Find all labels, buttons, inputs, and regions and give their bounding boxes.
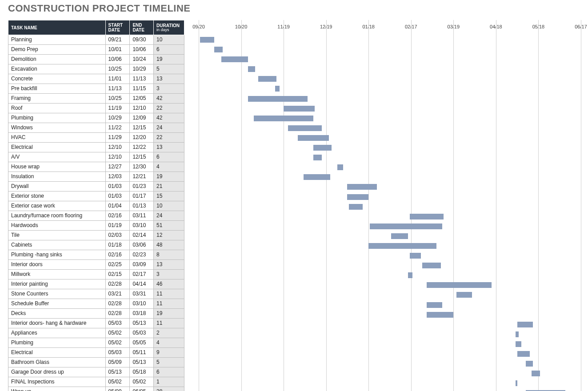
gantt-bar: [422, 263, 440, 268]
gantt-bar: [427, 312, 454, 318]
cell-start-date: 05/03: [105, 348, 130, 358]
cell-task-name: Windows: [8, 123, 106, 133]
gantt-bar: [391, 233, 408, 239]
gantt-row: [199, 300, 581, 310]
cell-start-date: 05/02: [105, 377, 130, 387]
cell-duration: 22: [154, 133, 184, 143]
cell-task-name: Roof: [8, 104, 106, 113]
table-row: Hardwoods01/1903/1051: [8, 221, 184, 231]
cell-duration: 6: [154, 152, 184, 162]
cell-duration: 13: [154, 260, 184, 270]
cell-duration: 19: [154, 309, 184, 319]
cell-duration: 6: [154, 367, 184, 377]
cell-duration: 9: [154, 348, 184, 358]
table-row: Laundry/furnace room flooring02/1603/112…: [8, 211, 184, 221]
cell-end-date: 05/05: [130, 338, 154, 348]
gantt-row: [199, 114, 581, 124]
table-row: Windows11/2212/1524: [8, 123, 184, 133]
duration-sub: in days: [156, 28, 181, 32]
table-row: Interior doors02/2503/0913: [8, 260, 184, 270]
table-row: Exterior case work01/0401/1310: [8, 201, 184, 211]
gantt-row: [199, 349, 581, 359]
gantt-bar: [221, 56, 248, 62]
cell-end-date: 10/06: [130, 45, 154, 55]
cell-duration: 10: [154, 201, 184, 211]
table-row: Concrete11/0111/1313: [8, 74, 184, 84]
cell-task-name: Insulation: [8, 172, 106, 182]
table-row: FINAL Inspections05/0205/021: [8, 377, 184, 387]
table-row: Excavation10/2510/295: [8, 64, 184, 74]
cell-duration: 12: [154, 231, 184, 240]
gantt-row: [199, 330, 581, 339]
gantt-row: [199, 222, 581, 231]
cell-duration: 5: [154, 64, 184, 74]
table-row: A/V12/1012/156: [8, 152, 184, 162]
cell-end-date: 11/13: [130, 74, 154, 84]
gantt-row: [199, 280, 581, 290]
duration-label: DURATION: [156, 23, 180, 28]
cell-duration: 11: [154, 319, 184, 328]
cell-end-date: 12/05: [130, 94, 154, 104]
cell-duration: 8: [154, 250, 184, 260]
gantt-row: [199, 172, 581, 182]
table-row: Demolition10/0610/2419: [8, 55, 184, 64]
cell-task-name: Framing: [8, 94, 106, 104]
cell-duration: 21: [154, 182, 184, 192]
gantt-chart: 09/2010/2011/1912/1901/1802/1703/1904/18…: [199, 20, 581, 391]
gantt-rows: [199, 35, 581, 391]
cell-start-date: 11/01: [105, 74, 130, 84]
table-row: Planning09/2109/3010: [8, 35, 184, 45]
gantt-bar: [337, 164, 343, 170]
cell-start-date: 12/10: [105, 152, 130, 162]
gantt-row: [199, 271, 581, 280]
cell-task-name: Interior doors: [8, 260, 106, 270]
table-row: Interior painting02/2804/1446: [8, 279, 184, 289]
cell-end-date: 03/11: [130, 211, 154, 221]
cell-task-name: Interior painting: [8, 279, 106, 289]
cell-duration: 24: [154, 211, 184, 221]
gantt-bar: [517, 322, 533, 327]
table-row: Demo Prep10/0110/066: [8, 45, 184, 55]
col-start-date: START DATE: [105, 20, 130, 35]
gantt-bar: [214, 47, 223, 52]
cell-end-date: 03/10: [130, 299, 154, 309]
cell-start-date: 12/27: [105, 162, 130, 172]
gantt-bar: [516, 341, 521, 347]
cell-end-date: 05/02: [130, 377, 154, 387]
cell-start-date: 05/03: [105, 319, 130, 328]
table-row: Framing10/2512/0542: [8, 94, 184, 104]
cell-duration: 6: [154, 45, 184, 55]
gantt-row: [199, 163, 581, 172]
gantt-bar: [516, 380, 517, 386]
table-row: Interior doors- hang & hardware05/0305/1…: [8, 319, 184, 328]
cell-start-date: 02/15: [105, 270, 130, 279]
gantt-bar: [427, 302, 442, 308]
cell-end-date: 12/30: [130, 162, 154, 172]
cell-end-date: 09/30: [130, 35, 154, 45]
cell-duration: 1: [154, 377, 184, 387]
gantt-bar: [368, 243, 436, 249]
table-row: Schedule Buffer02/2803/1011: [8, 299, 184, 309]
gantt-bar: [532, 371, 540, 376]
cell-end-date: 01/17: [130, 192, 154, 201]
cell-end-date: 12/09: [130, 113, 154, 123]
cell-duration: 42: [154, 94, 184, 104]
gantt-bar: [408, 272, 412, 278]
cell-duration: 42: [154, 113, 184, 123]
cell-start-date: 09/21: [105, 35, 130, 45]
cell-end-date: 02/14: [130, 231, 154, 240]
cell-end-date: 03/09: [130, 260, 154, 270]
cell-task-name: Tile: [8, 231, 106, 240]
cell-duration: 22: [154, 104, 184, 113]
gantt-row: [199, 192, 581, 202]
task-table: TASK NAME START DATE END DATE DURATION i…: [8, 20, 184, 391]
cell-start-date: 05/13: [105, 367, 130, 377]
cell-task-name: Schedule Buffer: [8, 299, 106, 309]
gantt-row: [199, 290, 581, 300]
cell-start-date: 10/01: [105, 45, 130, 55]
cell-start-date: 12/03: [105, 172, 130, 182]
table-row: Pre backfill11/1311/153: [8, 84, 184, 94]
axis-gridline: [581, 20, 581, 391]
cell-task-name: Exterior stone: [8, 192, 106, 201]
gantt-row: [199, 35, 581, 45]
